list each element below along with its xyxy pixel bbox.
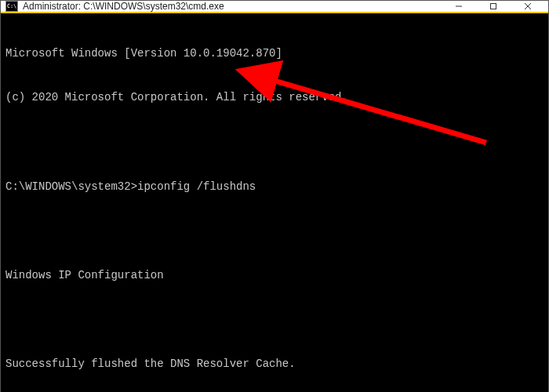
maximize-button[interactable] xyxy=(476,1,511,12)
window-controls xyxy=(442,1,545,12)
version-line: Microsoft Windows [Version 10.0.19042.87… xyxy=(5,46,544,61)
command-line-1: C:\WINDOWS\system32>ipconfig /flushdns xyxy=(5,180,544,194)
blank-line xyxy=(5,223,544,238)
cmd-window: C:\ Administrator: C:\WINDOWS\system32\c… xyxy=(0,0,549,392)
titlebar[interactable]: C:\ Administrator: C:\WINDOWS\system32\c… xyxy=(1,1,548,13)
cmd-icon: C:\ xyxy=(5,1,18,12)
maximize-icon xyxy=(489,2,497,10)
blank-line xyxy=(5,313,544,328)
response-body: Successfully flushed the DNS Resolver Ca… xyxy=(5,357,544,372)
copyright-line: (c) 2020 Microsoft Corporation. All righ… xyxy=(5,90,544,105)
close-icon xyxy=(524,2,532,10)
window-title: Administrator: C:\WINDOWS\system32\cmd.e… xyxy=(23,1,442,12)
svg-rect-1 xyxy=(491,4,496,9)
terminal-area[interactable]: Microsoft Windows [Version 10.0.19042.87… xyxy=(1,13,548,392)
close-button[interactable] xyxy=(511,1,545,12)
prompt-1: C:\WINDOWS\system32> xyxy=(5,180,137,193)
blank-line xyxy=(5,135,544,150)
minimize-button[interactable] xyxy=(442,1,476,12)
response-header: Windows IP Configuration xyxy=(5,268,544,283)
command-1: ipconfig /flushdns xyxy=(137,180,256,193)
minimize-icon xyxy=(455,2,463,10)
